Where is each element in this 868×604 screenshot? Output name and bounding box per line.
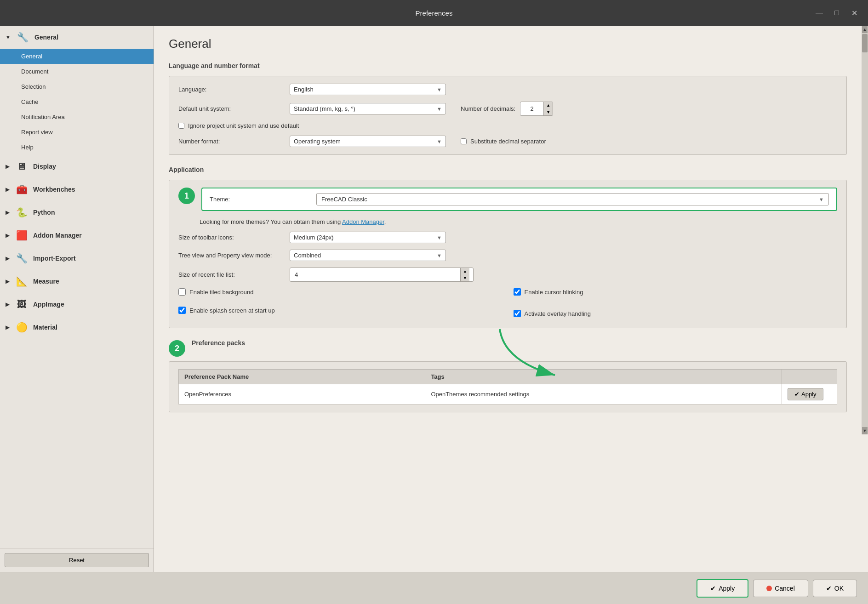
- cancel-label: Cancel: [775, 585, 795, 592]
- sidebar-item-notification[interactable]: Notification Area: [0, 109, 154, 125]
- unit-select[interactable]: Standard (mm, kg, s, °) ▼: [290, 103, 446, 114]
- sidebar-item-cache[interactable]: Cache: [0, 94, 154, 109]
- chevron-right-icon7: ▶: [6, 302, 9, 308]
- substitute-checkbox[interactable]: [461, 138, 467, 144]
- filelist-spinbox-up[interactable]: ▲: [461, 268, 469, 275]
- filelist-spinbox-down[interactable]: ▼: [461, 275, 469, 282]
- sidebar: ▼ 🔧 General General Document Selection C…: [0, 26, 154, 572]
- theme-select[interactable]: FreeCAD Classic ▼: [316, 193, 829, 205]
- toolbar-select[interactable]: Medium (24px) ▼: [290, 232, 446, 243]
- main-scrollbar[interactable]: ▲ ▼: [862, 26, 868, 434]
- filelist-spinbox[interactable]: 4 ▲ ▼: [290, 268, 474, 282]
- arrow-annotation: Preference Pack Name Tags OpenPreference…: [169, 361, 847, 412]
- tiled-checkbox[interactable]: [178, 288, 186, 296]
- sidebar-section-workbenches[interactable]: ▶ 🧰 Workbenches: [0, 178, 154, 201]
- unit-label: Default unit system:: [178, 105, 284, 112]
- sidebar-item-help[interactable]: Help: [0, 140, 154, 155]
- addon-text: Looking for more themes? You can obtain …: [200, 218, 342, 225]
- number-format-select[interactable]: Operating system ▼: [290, 136, 446, 147]
- sidebar-help-label: Help: [21, 144, 34, 151]
- ok-button[interactable]: ✔ OK: [813, 580, 857, 597]
- chevron-right-icon: ▶: [6, 164, 9, 170]
- sidebar-item-selection[interactable]: Selection: [0, 79, 154, 94]
- cancel-button[interactable]: Cancel: [753, 580, 808, 597]
- sidebar-general-label: General: [34, 34, 58, 41]
- check-icon: ✔: [794, 391, 799, 398]
- sidebar-measure-label: Measure: [33, 278, 59, 285]
- measure-icon: 📐: [15, 274, 29, 288]
- maximize-button[interactable]: □: [830, 6, 843, 19]
- spinbox-buttons: ▲ ▼: [543, 102, 553, 115]
- language-select[interactable]: English ▼: [290, 84, 446, 95]
- language-section-title: Language and number format: [169, 62, 847, 69]
- sidebar-section-python[interactable]: ▶ 🐍 Python: [0, 201, 154, 224]
- chevron-right-icon4: ▶: [6, 233, 9, 239]
- language-section-box: Language: English ▼ Default unit system:…: [169, 76, 847, 155]
- decimals-spinbox[interactable]: 2 ▲ ▼: [520, 102, 553, 116]
- tiled-row: Enable tiled background: [178, 288, 503, 296]
- ignore-row: Ignore project unit system and use defau…: [178, 122, 837, 129]
- scroll-up-arrow[interactable]: ▲: [862, 26, 868, 33]
- apply-button[interactable]: ✔ Apply: [697, 579, 748, 598]
- addon-icon: 🟥: [15, 228, 29, 242]
- sidebar-section-measure[interactable]: ▶ 📐 Measure: [0, 270, 154, 293]
- spinbox-up-button[interactable]: ▲: [544, 102, 553, 109]
- application-section-title: Application: [169, 166, 847, 173]
- treeview-select[interactable]: Combined ▼: [290, 250, 446, 261]
- sidebar-general-sub-label: General: [21, 53, 42, 60]
- language-row: Language: English ▼: [178, 84, 837, 95]
- sidebar-item-document[interactable]: Document: [0, 64, 154, 79]
- cursor-checkbox[interactable]: [514, 288, 521, 296]
- sidebar-section-import[interactable]: ▶ 🔧 Import-Export: [0, 247, 154, 270]
- chevron-right-icon6: ▶: [6, 279, 9, 285]
- language-value: English: [294, 86, 314, 93]
- treeview-label: Tree view and Property view mode:: [178, 252, 284, 259]
- theme-box: Theme: FreeCAD Classic ▼: [201, 188, 837, 211]
- unit-row: Default unit system: Standard (mm, kg, s…: [178, 102, 837, 116]
- reset-button[interactable]: Reset: [5, 553, 149, 567]
- number-format-value: Operating system: [294, 138, 341, 145]
- decimals-value: 2: [520, 103, 543, 114]
- table-col-action: [782, 370, 837, 384]
- ignore-checkbox[interactable]: [178, 123, 184, 129]
- sidebar-item-general[interactable]: General: [0, 49, 154, 64]
- chevron-right-icon5: ▶: [6, 256, 9, 262]
- table-row: OpenPreferences OpenThemes recommended s…: [179, 384, 837, 405]
- sidebar-python-label: Python: [33, 209, 55, 216]
- sidebar-section-addon[interactable]: ▶ 🟥 Addon Manager: [0, 224, 154, 247]
- addon-text-row: Looking for more themes? You can obtain …: [178, 218, 837, 225]
- ok-label: OK: [834, 585, 844, 592]
- scroll-down-arrow[interactable]: ▼: [862, 427, 868, 434]
- overlay-checkbox[interactable]: [514, 310, 521, 317]
- treeview-row: Tree view and Property view mode: Combin…: [178, 250, 837, 261]
- table-cell-tags: OpenThemes recommended settings: [425, 384, 782, 405]
- table-cell-apply: ✔ Apply: [782, 384, 837, 405]
- filelist-row: Size of recent file list: 4 ▲ ▼: [178, 268, 837, 282]
- number-format-row: Number format: Operating system ▼ Substi…: [178, 136, 837, 147]
- titlebar-controls: — □ ✕: [813, 6, 861, 19]
- sidebar-section-material[interactable]: ▶ 🟡 Material: [0, 316, 154, 339]
- close-button[interactable]: ✕: [848, 6, 861, 19]
- sidebar-section-display[interactable]: ▶ 🖥 Display: [0, 155, 154, 178]
- scroll-thumb[interactable]: [862, 34, 868, 52]
- table-col-tags: Tags: [425, 370, 782, 384]
- number-format-label: Number format:: [178, 138, 284, 145]
- pref-packs-title: Preference packs: [192, 339, 847, 347]
- sidebar-section-appimage[interactable]: ▶ 🖼 AppImage: [0, 293, 154, 316]
- chevron-right-icon2: ▶: [6, 187, 9, 193]
- sidebar-cache-label: Cache: [21, 98, 39, 105]
- toolbar-label: Size of toolbar icons:: [178, 234, 284, 241]
- decimals-label: Number of decimals:: [461, 105, 515, 112]
- workbenches-icon: 🧰: [15, 182, 29, 196]
- sidebar-import-label: Import-Export: [33, 255, 76, 262]
- sidebar-item-report[interactable]: Report view: [0, 125, 154, 140]
- pref-pack-apply-button[interactable]: ✔ Apply: [788, 388, 823, 400]
- spinbox-down-button[interactable]: ▼: [544, 109, 553, 116]
- display-icon: 🖥: [15, 160, 29, 173]
- minimize-button[interactable]: —: [813, 6, 826, 19]
- addon-manager-link[interactable]: Addon Manager: [342, 218, 384, 225]
- filelist-spinbox-buttons: ▲ ▼: [460, 268, 469, 281]
- sidebar-section-general[interactable]: ▼ 🔧 General: [0, 26, 154, 49]
- content-area: ▼ 🔧 General General Document Selection C…: [0, 26, 868, 572]
- splash-checkbox[interactable]: [178, 307, 186, 314]
